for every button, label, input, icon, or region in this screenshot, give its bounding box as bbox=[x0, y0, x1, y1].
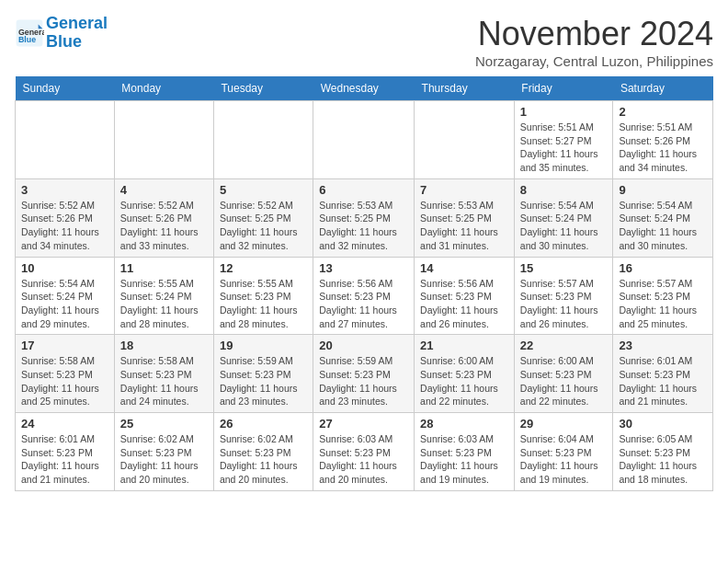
calendar-cell: 19Sunrise: 5:59 AM Sunset: 5:23 PM Dayli… bbox=[213, 335, 313, 413]
calendar-cell: 14Sunrise: 5:56 AM Sunset: 5:23 PM Dayli… bbox=[415, 257, 515, 335]
calendar-cell: 17Sunrise: 5:58 AM Sunset: 5:23 PM Dayli… bbox=[16, 335, 115, 413]
day-info: Sunrise: 6:03 AM Sunset: 5:23 PM Dayligh… bbox=[420, 432, 508, 487]
day-number: 4 bbox=[120, 183, 208, 197]
month-title: November 2024 bbox=[475, 15, 713, 53]
calendar-cell bbox=[114, 101, 213, 179]
day-number: 29 bbox=[520, 417, 608, 431]
day-info: Sunrise: 6:02 AM Sunset: 5:23 PM Dayligh… bbox=[220, 432, 307, 487]
day-info: Sunrise: 5:59 AM Sunset: 5:23 PM Dayligh… bbox=[319, 354, 408, 408]
day-info: Sunrise: 6:00 AM Sunset: 5:23 PM Dayligh… bbox=[520, 354, 608, 408]
day-info: Sunrise: 5:55 AM Sunset: 5:24 PM Dayligh… bbox=[120, 277, 208, 331]
day-number: 5 bbox=[220, 183, 307, 197]
calendar-cell: 9Sunrise: 5:54 AM Sunset: 5:24 PM Daylig… bbox=[613, 178, 713, 257]
calendar-cell: 4Sunrise: 5:52 AM Sunset: 5:26 PM Daylig… bbox=[114, 178, 213, 257]
day-number: 8 bbox=[520, 183, 608, 197]
week-row-0: 1Sunrise: 5:51 AM Sunset: 5:27 PM Daylig… bbox=[16, 101, 713, 179]
calendar-cell: 13Sunrise: 5:56 AM Sunset: 5:23 PM Dayli… bbox=[313, 257, 415, 335]
day-number: 23 bbox=[619, 339, 707, 352]
day-number: 16 bbox=[619, 261, 707, 275]
location: Norzagaray, Central Luzon, Philippines bbox=[475, 53, 713, 69]
weekday-header-row: SundayMondayTuesdayWednesdayThursdayFrid… bbox=[16, 76, 713, 101]
week-row-4: 24Sunrise: 6:01 AM Sunset: 5:23 PM Dayli… bbox=[16, 413, 713, 491]
day-number: 11 bbox=[120, 261, 208, 275]
day-number: 12 bbox=[220, 261, 307, 275]
calendar-cell: 3Sunrise: 5:52 AM Sunset: 5:26 PM Daylig… bbox=[16, 178, 115, 257]
calendar-cell: 23Sunrise: 6:01 AM Sunset: 5:23 PM Dayli… bbox=[613, 335, 713, 413]
day-number: 13 bbox=[319, 261, 408, 275]
day-number: 27 bbox=[319, 417, 408, 431]
week-row-3: 17Sunrise: 5:58 AM Sunset: 5:23 PM Dayli… bbox=[16, 335, 713, 413]
logo: General Blue GeneralBlue bbox=[15, 15, 108, 52]
day-number: 15 bbox=[520, 261, 608, 275]
calendar-cell: 10Sunrise: 5:54 AM Sunset: 5:24 PM Dayli… bbox=[16, 257, 115, 335]
day-info: Sunrise: 5:56 AM Sunset: 5:23 PM Dayligh… bbox=[319, 277, 408, 331]
day-number: 10 bbox=[21, 261, 108, 275]
day-number: 1 bbox=[520, 105, 608, 119]
week-row-1: 3Sunrise: 5:52 AM Sunset: 5:26 PM Daylig… bbox=[16, 178, 713, 257]
logo-icon: General Blue bbox=[15, 18, 44, 48]
day-info: Sunrise: 6:00 AM Sunset: 5:23 PM Dayligh… bbox=[420, 354, 508, 408]
day-number: 28 bbox=[420, 417, 508, 431]
day-info: Sunrise: 6:02 AM Sunset: 5:23 PM Dayligh… bbox=[120, 432, 208, 487]
day-info: Sunrise: 5:52 AM Sunset: 5:25 PM Dayligh… bbox=[220, 199, 307, 253]
weekday-header-sunday: Sunday bbox=[16, 76, 115, 101]
calendar-cell: 30Sunrise: 6:05 AM Sunset: 5:23 PM Dayli… bbox=[613, 413, 713, 491]
weekday-header-monday: Monday bbox=[114, 76, 213, 101]
calendar-cell: 1Sunrise: 5:51 AM Sunset: 5:27 PM Daylig… bbox=[514, 101, 613, 179]
day-number: 22 bbox=[520, 339, 608, 352]
calendar-cell: 28Sunrise: 6:03 AM Sunset: 5:23 PM Dayli… bbox=[415, 413, 515, 491]
day-info: Sunrise: 5:52 AM Sunset: 5:26 PM Dayligh… bbox=[21, 199, 108, 253]
day-info: Sunrise: 5:54 AM Sunset: 5:24 PM Dayligh… bbox=[520, 199, 608, 253]
calendar-cell: 26Sunrise: 6:02 AM Sunset: 5:23 PM Dayli… bbox=[213, 413, 313, 491]
calendar-cell: 12Sunrise: 5:55 AM Sunset: 5:23 PM Dayli… bbox=[213, 257, 313, 335]
logo-text: GeneralBlue bbox=[46, 15, 108, 52]
day-info: Sunrise: 6:01 AM Sunset: 5:23 PM Dayligh… bbox=[21, 432, 108, 487]
calendar-cell: 16Sunrise: 5:57 AM Sunset: 5:23 PM Dayli… bbox=[613, 257, 713, 335]
calendar-cell: 18Sunrise: 5:58 AM Sunset: 5:23 PM Dayli… bbox=[114, 335, 213, 413]
weekday-header-wednesday: Wednesday bbox=[313, 76, 415, 101]
day-info: Sunrise: 5:57 AM Sunset: 5:23 PM Dayligh… bbox=[520, 277, 608, 331]
day-info: Sunrise: 5:53 AM Sunset: 5:25 PM Dayligh… bbox=[319, 199, 408, 253]
calendar-cell: 11Sunrise: 5:55 AM Sunset: 5:24 PM Dayli… bbox=[114, 257, 213, 335]
day-info: Sunrise: 6:04 AM Sunset: 5:23 PM Dayligh… bbox=[520, 432, 608, 487]
calendar-cell bbox=[213, 101, 313, 179]
day-number: 14 bbox=[420, 261, 508, 275]
day-info: Sunrise: 6:01 AM Sunset: 5:23 PM Dayligh… bbox=[619, 354, 707, 408]
weekday-header-saturday: Saturday bbox=[613, 76, 713, 101]
calendar-cell bbox=[16, 101, 115, 179]
day-info: Sunrise: 5:56 AM Sunset: 5:23 PM Dayligh… bbox=[420, 277, 508, 331]
day-info: Sunrise: 5:58 AM Sunset: 5:23 PM Dayligh… bbox=[21, 354, 108, 408]
day-info: Sunrise: 5:58 AM Sunset: 5:23 PM Dayligh… bbox=[120, 354, 208, 408]
day-number: 21 bbox=[420, 339, 508, 352]
day-number: 17 bbox=[21, 339, 108, 352]
calendar-cell: 22Sunrise: 6:00 AM Sunset: 5:23 PM Dayli… bbox=[514, 335, 613, 413]
calendar-cell: 21Sunrise: 6:00 AM Sunset: 5:23 PM Dayli… bbox=[415, 335, 515, 413]
day-info: Sunrise: 5:54 AM Sunset: 5:24 PM Dayligh… bbox=[21, 277, 108, 331]
calendar-cell: 15Sunrise: 5:57 AM Sunset: 5:23 PM Dayli… bbox=[514, 257, 613, 335]
calendar: SundayMondayTuesdayWednesdayThursdayFrid… bbox=[15, 76, 713, 491]
day-number: 6 bbox=[319, 183, 408, 197]
day-info: Sunrise: 6:03 AM Sunset: 5:23 PM Dayligh… bbox=[319, 432, 408, 487]
day-number: 7 bbox=[420, 183, 508, 197]
day-info: Sunrise: 5:59 AM Sunset: 5:23 PM Dayligh… bbox=[220, 354, 307, 408]
weekday-header-tuesday: Tuesday bbox=[213, 76, 313, 101]
day-number: 26 bbox=[220, 417, 307, 431]
day-info: Sunrise: 5:53 AM Sunset: 5:25 PM Dayligh… bbox=[420, 199, 508, 253]
calendar-cell: 7Sunrise: 5:53 AM Sunset: 5:25 PM Daylig… bbox=[415, 178, 515, 257]
calendar-cell bbox=[313, 101, 415, 179]
calendar-cell: 20Sunrise: 5:59 AM Sunset: 5:23 PM Dayli… bbox=[313, 335, 415, 413]
calendar-cell: 27Sunrise: 6:03 AM Sunset: 5:23 PM Dayli… bbox=[313, 413, 415, 491]
day-info: Sunrise: 5:57 AM Sunset: 5:23 PM Dayligh… bbox=[619, 277, 707, 331]
day-number: 24 bbox=[21, 417, 108, 431]
calendar-cell: 5Sunrise: 5:52 AM Sunset: 5:25 PM Daylig… bbox=[213, 178, 313, 257]
calendar-cell: 8Sunrise: 5:54 AM Sunset: 5:24 PM Daylig… bbox=[514, 178, 613, 257]
day-info: Sunrise: 5:51 AM Sunset: 5:26 PM Dayligh… bbox=[619, 121, 707, 175]
svg-text:Blue: Blue bbox=[18, 35, 36, 44]
day-number: 25 bbox=[120, 417, 208, 431]
day-info: Sunrise: 6:05 AM Sunset: 5:23 PM Dayligh… bbox=[619, 432, 707, 487]
day-info: Sunrise: 5:51 AM Sunset: 5:27 PM Dayligh… bbox=[520, 121, 608, 175]
day-info: Sunrise: 5:52 AM Sunset: 5:26 PM Dayligh… bbox=[120, 199, 208, 253]
day-info: Sunrise: 5:55 AM Sunset: 5:23 PM Dayligh… bbox=[220, 277, 307, 331]
calendar-cell: 2Sunrise: 5:51 AM Sunset: 5:26 PM Daylig… bbox=[613, 101, 713, 179]
day-number: 30 bbox=[619, 417, 707, 431]
